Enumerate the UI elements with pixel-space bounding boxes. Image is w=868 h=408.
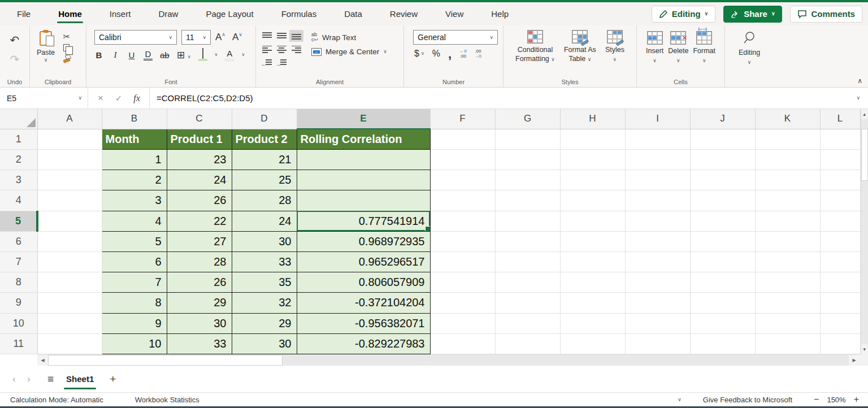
cell-B5[interactable]: 4: [102, 211, 167, 231]
row-header-9[interactable]: 9: [0, 293, 37, 313]
comments-button[interactable]: Comments: [790, 6, 862, 23]
percent-format-button[interactable]: %: [432, 49, 440, 59]
align-top-button[interactable]: [262, 32, 272, 40]
italic-button[interactable]: I: [111, 50, 120, 60]
cell-D3[interactable]: 25: [232, 170, 297, 190]
cell-F5[interactable]: [430, 211, 495, 231]
row-header-4[interactable]: 4: [0, 190, 37, 211]
column-header-G[interactable]: G: [495, 109, 560, 129]
cell-C5[interactable]: 22: [167, 211, 232, 231]
cell-D8[interactable]: 35: [232, 272, 297, 293]
scroll-up-icon[interactable]: ▲: [861, 109, 868, 119]
cell-styles-button[interactable]: Styles∨: [601, 29, 629, 64]
cell-C4[interactable]: 26: [167, 190, 232, 211]
format-as-table-button[interactable]: Format AsTable ∨: [559, 29, 601, 64]
chevron-down-icon[interactable]: ∨: [241, 53, 245, 57]
cell-I3[interactable]: [625, 170, 690, 190]
cell-K1[interactable]: [755, 129, 820, 149]
menu-tab-file[interactable]: File: [16, 2, 32, 25]
redo-icon[interactable]: ↷: [10, 53, 20, 66]
cell-J5[interactable]: [690, 211, 755, 231]
cell-F2[interactable]: [430, 149, 495, 170]
menu-tab-formulas[interactable]: Formulas: [280, 2, 318, 25]
editing-mode-button[interactable]: Editing ∨: [652, 6, 715, 23]
cell-C2[interactable]: 23: [167, 149, 232, 170]
cell-J10[interactable]: [690, 313, 755, 333]
cell-A1[interactable]: [37, 129, 102, 149]
scroll-right-icon[interactable]: ▶: [849, 355, 860, 366]
column-header-L[interactable]: L: [820, 109, 860, 129]
cell-A8[interactable]: [37, 272, 102, 293]
cell-G9[interactable]: [495, 293, 560, 313]
cell-F4[interactable]: [430, 190, 495, 211]
cell-J8[interactable]: [690, 272, 755, 293]
cell-F8[interactable]: [430, 272, 495, 293]
cell-B2[interactable]: 1: [102, 149, 167, 170]
cell-H8[interactable]: [560, 272, 625, 293]
cell-K5[interactable]: [755, 211, 820, 231]
cell-L11[interactable]: [820, 333, 860, 354]
borders-button[interactable]: ⊞ ∨: [177, 49, 191, 61]
cell-D9[interactable]: 32: [232, 293, 297, 313]
row-header-2[interactable]: 2: [0, 149, 37, 170]
workbook-statistics-button[interactable]: Workbook Statistics: [135, 396, 199, 404]
menu-tab-view[interactable]: View: [444, 2, 465, 25]
cell-G5[interactable]: [495, 211, 560, 231]
row-header-1[interactable]: 1: [0, 129, 37, 149]
cell-B8[interactable]: 7: [102, 272, 167, 293]
cell-D1[interactable]: Product 2: [232, 129, 297, 149]
font-color-button[interactable]: A: [225, 49, 234, 61]
calculation-mode-status[interactable]: Calculation Mode: Automatic: [10, 396, 103, 404]
align-left-button[interactable]: [262, 46, 272, 53]
cell-E9[interactable]: -0.372104204: [297, 293, 430, 313]
increase-indent-button[interactable]: →: [277, 59, 287, 67]
copy-icon[interactable]: [63, 44, 70, 51]
cell-C3[interactable]: 24: [167, 170, 232, 190]
increase-decimal-button[interactable]: ←0.00: [459, 49, 466, 59]
cell-L2[interactable]: [820, 149, 860, 170]
cell-H2[interactable]: [560, 149, 625, 170]
cell-G8[interactable]: [495, 272, 560, 293]
feedback-link[interactable]: Give Feedback to Microsoft: [703, 396, 792, 404]
cell-H4[interactable]: [560, 190, 625, 211]
cell-J11[interactable]: [690, 333, 755, 354]
insert-function-icon[interactable]: fx: [129, 93, 145, 103]
undo-icon[interactable]: ↶: [10, 33, 20, 47]
cell-J7[interactable]: [690, 251, 755, 272]
cell-I11[interactable]: [625, 333, 690, 354]
paste-button[interactable]: Paste ∨: [33, 30, 58, 64]
cell-G11[interactable]: [495, 333, 560, 354]
menu-tab-insert[interactable]: Insert: [108, 2, 132, 25]
cell-C11[interactable]: 33: [167, 333, 232, 354]
column-header-H[interactable]: H: [560, 109, 625, 129]
cell-L3[interactable]: [820, 170, 860, 190]
cell-K10[interactable]: [755, 313, 820, 333]
sheet-tab-sheet1[interactable]: Sheet1: [63, 366, 97, 392]
align-middle-button[interactable]: [277, 32, 287, 40]
zoom-out-button[interactable]: −: [814, 394, 819, 405]
cell-K6[interactable]: [755, 231, 820, 251]
cell-F6[interactable]: [430, 231, 495, 251]
share-button[interactable]: Share ∨: [723, 6, 782, 23]
cell-I5[interactable]: [625, 211, 690, 231]
cell-H7[interactable]: [560, 251, 625, 272]
horizontal-scroll-thumb[interactable]: [48, 355, 283, 366]
cell-E6[interactable]: 0.968972935: [297, 231, 430, 251]
delete-cells-button[interactable]: × Delete∨: [666, 30, 690, 65]
row-header-3[interactable]: 3: [0, 170, 37, 190]
column-header-J[interactable]: J: [690, 109, 755, 129]
cell-K3[interactable]: [755, 170, 820, 190]
comma-format-button[interactable]: ,: [448, 50, 452, 58]
cell-J1[interactable]: [690, 129, 755, 149]
cell-I8[interactable]: [625, 272, 690, 293]
cell-E1[interactable]: Rolling Correlation: [297, 129, 430, 149]
cell-E2[interactable]: [297, 149, 430, 170]
column-header-C[interactable]: C: [167, 109, 232, 129]
cell-H10[interactable]: [560, 313, 625, 333]
cell-D5[interactable]: 24: [232, 211, 297, 231]
cell-D10[interactable]: 29: [232, 313, 297, 333]
decrease-indent-button[interactable]: ←: [262, 59, 272, 67]
cell-H5[interactable]: [560, 211, 625, 231]
cell-G6[interactable]: [495, 231, 560, 251]
align-bottom-button[interactable]: [289, 30, 303, 42]
